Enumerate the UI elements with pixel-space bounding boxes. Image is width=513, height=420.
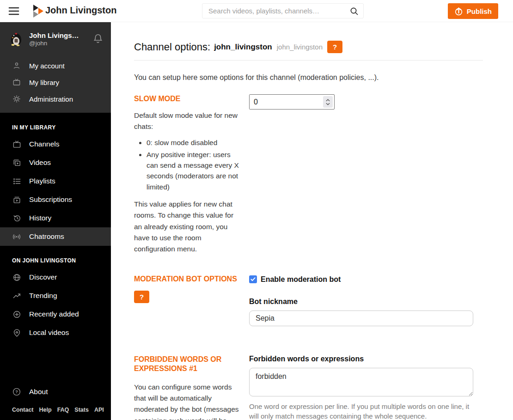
sidebar-item-local-videos[interactable]: Local videos xyxy=(0,323,111,342)
title-divider xyxy=(134,60,483,61)
enable-moderation-bot-checkbox[interactable] xyxy=(249,275,257,283)
footer-link-help[interactable]: Help xyxy=(39,407,52,413)
gear-icon xyxy=(12,95,21,103)
enable-moderation-bot-label[interactable]: Enable moderation bot xyxy=(261,275,341,284)
sidebar-item-my-account[interactable]: My account xyxy=(0,57,111,74)
sidebar-item-label: Trending xyxy=(29,292,57,300)
sidebar-item-label: Channels xyxy=(29,140,60,148)
subscriptions-icon xyxy=(12,195,21,204)
sidebar-item-label: History xyxy=(29,214,51,222)
plus-circle-icon xyxy=(12,310,21,319)
library-section-title: IN MY LIBRARY xyxy=(0,124,111,131)
peertube-logo-icon[interactable] xyxy=(33,5,43,19)
moderation-bot-row: MODERATION BOT OPTIONS ? Enable moderati… xyxy=(134,274,483,326)
sidebar-item-label: About xyxy=(29,388,48,396)
slow-mode-input-wrap xyxy=(249,94,335,110)
history-clock-icon xyxy=(12,214,21,223)
sidebar-item-chatrooms[interactable]: Chatrooms xyxy=(0,227,111,246)
forbidden-words-description: You can configure some words that will b… xyxy=(134,382,243,420)
sidebar-item-label: Subscriptions xyxy=(29,195,72,204)
sidebar-footer-links: Contact Help FAQ Stats API xyxy=(0,401,111,420)
account-block[interactable]: John Livingston @john xyxy=(0,22,111,55)
notifications-bell-icon[interactable] xyxy=(93,33,103,44)
sidebar-item-videos[interactable]: Videos xyxy=(0,153,111,172)
sidebar-item-administration[interactable]: Administration xyxy=(0,91,111,107)
sidebar-item-label: My library xyxy=(29,79,59,86)
page-title-prefix: Channel options: xyxy=(134,41,210,53)
account-handle: @john xyxy=(29,40,81,47)
slow-mode-description: Default slow mode value for new chats: xyxy=(134,110,243,133)
sidebar-item-recently-added[interactable]: Recently added xyxy=(0,305,111,323)
videos-icon xyxy=(12,158,21,167)
channel-name: john_livingston xyxy=(214,43,272,52)
publish-button[interactable]: Publish xyxy=(448,3,498,19)
instance-section-title: ON JOHN LIVINGSTON xyxy=(0,257,111,264)
account-display-name: John Livingston xyxy=(29,31,81,39)
sidebar: John Livingston @john My account My libr… xyxy=(0,22,111,420)
slow-mode-bullet: 0: slow mode disabled xyxy=(147,137,243,148)
sidebar-item-trending[interactable]: Trending xyxy=(0,286,111,305)
sidebar-bottom: ? About Contact Help FAQ Stats API xyxy=(0,383,111,420)
sidebar-item-label: Playlists xyxy=(29,177,55,185)
enable-bot-row: Enable moderation bot xyxy=(249,275,473,284)
slow-mode-row: SLOW MODE Default slow mode value for ne… xyxy=(134,94,483,255)
search-icon[interactable] xyxy=(350,7,359,18)
sidebar-item-label: Discover xyxy=(29,273,57,281)
sidebar-item-label: Administration xyxy=(29,95,73,103)
upload-icon xyxy=(454,7,463,16)
sidebar-item-playlists[interactable]: Playlists xyxy=(0,172,111,190)
slow-mode-bullet: Any positive integer: users can send a m… xyxy=(147,149,243,192)
publish-button-label: Publish xyxy=(467,7,492,15)
slow-mode-bullets: 0: slow mode disabled Any positive integ… xyxy=(147,137,243,192)
page-title: Channel options: john_livingston john_li… xyxy=(134,41,483,53)
sidebar-item-label: Local videos xyxy=(29,329,69,337)
tv-icon xyxy=(12,140,21,149)
main-content: Channel options: john_livingston john_li… xyxy=(111,22,513,420)
footer-link-contact[interactable]: Contact xyxy=(12,407,34,413)
trending-icon xyxy=(12,292,21,300)
bot-nickname-input[interactable] xyxy=(249,310,473,326)
search-input[interactable] xyxy=(202,4,363,18)
sidebar-item-history[interactable]: History xyxy=(0,209,111,227)
sidebar-item-label: Recently added xyxy=(29,310,79,318)
sidebar-item-my-library[interactable]: My library xyxy=(0,74,111,91)
avatar[interactable] xyxy=(8,31,24,47)
sidebar-item-about[interactable]: ? About xyxy=(0,383,111,401)
person-icon xyxy=(12,61,21,70)
sidebar-user-menu: My account My library Administration xyxy=(0,55,111,113)
channel-handle: john_livingston xyxy=(277,43,323,51)
title-help-button[interactable]: ? xyxy=(327,41,342,53)
intro-text: You can setup here some options for this… xyxy=(134,73,483,82)
checkmark-icon xyxy=(250,277,256,281)
search-box xyxy=(202,3,364,18)
forbidden-words-helper: One word or expression per line. If you … xyxy=(249,402,473,420)
home-pin-icon xyxy=(12,329,21,337)
broadcast-icon xyxy=(12,232,21,241)
forbidden-words-heading: FORBIDDEN WORDS OR EXPRESSIONS #1 xyxy=(134,355,243,373)
question-circle-icon: ? xyxy=(12,387,21,396)
sidebar-item-subscriptions[interactable]: Subscriptions xyxy=(0,190,111,209)
sidebar-item-label: My account xyxy=(29,62,65,70)
forbidden-words-textarea[interactable]: forbidden xyxy=(249,368,473,396)
sidebar-item-discover[interactable]: Discover xyxy=(0,268,111,286)
top-header: John Livingston Publish xyxy=(0,0,513,22)
slow-mode-heading: SLOW MODE xyxy=(134,94,243,103)
sidebar-item-channels[interactable]: Channels xyxy=(0,135,111,153)
globe-icon xyxy=(12,273,21,282)
instance-title[interactable]: John Livingston xyxy=(45,5,116,16)
number-spinner[interactable] xyxy=(323,96,333,108)
moderation-bot-heading: MODERATION BOT OPTIONS xyxy=(134,274,243,284)
tv-icon xyxy=(12,78,21,86)
account-names: John Livingston @john xyxy=(29,31,81,47)
playlist-icon xyxy=(12,177,21,186)
footer-link-api[interactable]: API xyxy=(94,407,104,413)
forbidden-words-row: FORBIDDEN WORDS OR EXPRESSIONS #1 You ca… xyxy=(134,355,483,420)
slow-mode-input[interactable] xyxy=(250,95,322,109)
footer-link-stats[interactable]: Stats xyxy=(74,407,89,413)
sidebar-item-label: Videos xyxy=(29,158,51,167)
moderation-bot-help-button[interactable]: ? xyxy=(134,291,149,303)
footer-link-faq[interactable]: FAQ xyxy=(57,407,69,413)
sidebar-item-label: Chatrooms xyxy=(29,232,64,241)
slow-mode-note: This value applies for new chat rooms. T… xyxy=(134,199,243,255)
menu-toggle-icon[interactable] xyxy=(8,6,20,16)
